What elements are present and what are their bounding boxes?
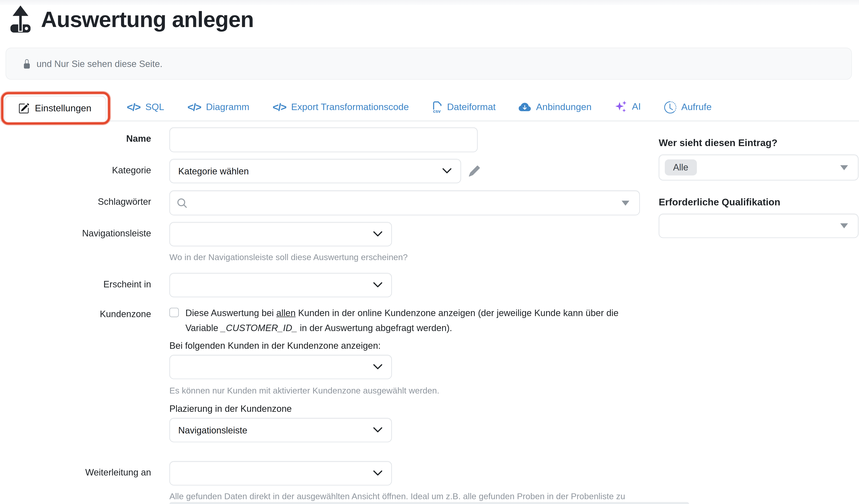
allen-underlined: allen — [276, 308, 296, 318]
tab-anbindungen[interactable]: Anbindungen — [507, 95, 603, 121]
tab-label: AI — [632, 101, 641, 112]
chevron-down-icon — [442, 168, 452, 174]
code-icon: </> — [187, 101, 201, 113]
search-icon — [177, 197, 188, 208]
tab-label: Dateiformat — [447, 102, 496, 113]
weiterleitung-select[interactable] — [169, 461, 392, 486]
qualification-select[interactable] — [659, 214, 858, 238]
sparkles-icon — [615, 100, 627, 113]
kategorie-selected-value: Kategorie wählen — [178, 166, 249, 177]
erscheint-in-label: Erscheint in — [0, 273, 151, 289]
dropdown-triangle-icon — [621, 200, 629, 205]
weiterleitung-label: Weiterleitung an — [0, 461, 151, 478]
customer-id-variable: _CUSTOMER_ID_ — [221, 323, 297, 333]
kunden-select[interactable] — [169, 355, 392, 379]
svg-text:csv: csv — [433, 109, 440, 113]
page-title: Auswertung anlegen — [41, 7, 254, 32]
visibility-select[interactable]: Alle — [659, 154, 858, 180]
name-label: Name — [0, 127, 151, 144]
chevron-down-icon — [373, 427, 382, 433]
tab-sql[interactable]: </> SQL — [115, 95, 176, 121]
navigationsleiste-label: Navigationsleiste — [0, 222, 151, 239]
visibility-chip-alle[interactable]: Alle — [665, 159, 697, 175]
dropdown-triangle-icon — [840, 165, 848, 170]
kategorie-select[interactable]: Kategorie wählen — [169, 159, 461, 183]
upload-icon — [8, 5, 33, 33]
chevron-down-icon — [373, 282, 382, 288]
dropdown-triangle-icon — [840, 223, 848, 228]
tab-bar-rule — [0, 121, 859, 121]
tab-label: Diagramm — [206, 102, 250, 113]
file-csv-icon: csv — [432, 101, 442, 113]
plazierung-label: Plazierung in der Kundenzone — [169, 403, 636, 414]
next-section-edge — [169, 502, 689, 504]
kundenzone-checkbox[interactable] — [169, 308, 179, 317]
chevron-down-icon — [373, 470, 382, 476]
tab-label: SQL — [145, 102, 164, 113]
tab-ai[interactable]: AI — [603, 94, 652, 121]
visibility-sidebar: Wer sieht diesen Eintrag? Alle Erforderl… — [659, 137, 858, 238]
qualification-heading: Erforderliche Qualifikation — [659, 196, 858, 208]
kategorie-label: Kategorie — [0, 159, 151, 175]
navigationsleiste-help: Wo in der Navigationsleiste soll diese A… — [169, 251, 408, 264]
schlagwoerter-label: Schlagwörter — [0, 190, 151, 207]
private-page-notice: und Nur Sie sehen diese Seite. — [5, 48, 852, 80]
top-edge-strip — [0, 0, 859, 5]
code-icon: </> — [273, 101, 286, 113]
code-icon: </> — [127, 101, 140, 113]
chevron-down-icon — [373, 231, 382, 237]
kundenzone-checkbox-label: Diese Auswertung bei allen Kunden in der… — [185, 305, 636, 335]
chevron-down-icon — [373, 364, 382, 370]
edit-category-icon[interactable] — [469, 165, 480, 177]
tab-export-transformationscode[interactable]: </> Export Transformationscode — [261, 95, 420, 121]
plazierung-selected-value: Navigationsleiste — [178, 425, 247, 436]
kunden-help: Es können nur Kunden mit aktivierter Kun… — [169, 384, 636, 397]
tab-diagramm[interactable]: </> Diagramm — [176, 95, 261, 121]
kunden-subheading: Bei folgenden Kunden in der Kundenzone a… — [169, 340, 636, 351]
notice-text: und Nur Sie sehen diese Seite. — [36, 59, 163, 69]
tab-label: Aufrufe — [681, 102, 712, 113]
pencil-square-icon — [18, 103, 29, 114]
lock-icon — [22, 59, 31, 68]
create-evaluation-page: Auswertung anlegen und Nur Sie sehen die… — [0, 0, 859, 504]
visibility-heading: Wer sieht diesen Eintrag? — [659, 137, 858, 149]
name-input[interactable] — [169, 127, 478, 152]
tab-bar: Einstellungen </> SQL </> Diagramm </> E… — [0, 93, 859, 121]
history-icon — [664, 101, 676, 113]
tab-einstellungen[interactable]: Einstellungen — [4, 96, 106, 122]
plazierung-select[interactable]: Navigationsleiste — [169, 418, 392, 442]
tab-label: Einstellungen — [35, 103, 92, 114]
tab-dateiformat[interactable]: csv Dateiformat — [420, 95, 507, 121]
schlagwoerter-input[interactable] — [169, 190, 640, 215]
tab-label: Export Transformationscode — [291, 102, 409, 113]
tab-label: Anbindungen — [536, 102, 592, 113]
cloud-download-icon — [519, 101, 531, 113]
navigationsleiste-select[interactable] — [169, 222, 392, 246]
erscheint-in-select[interactable] — [169, 273, 392, 297]
tab-aufrufe[interactable]: Aufrufe — [652, 95, 723, 121]
page-header: Auswertung anlegen — [8, 5, 254, 33]
kundenzone-label: Kundenzone — [0, 305, 151, 319]
